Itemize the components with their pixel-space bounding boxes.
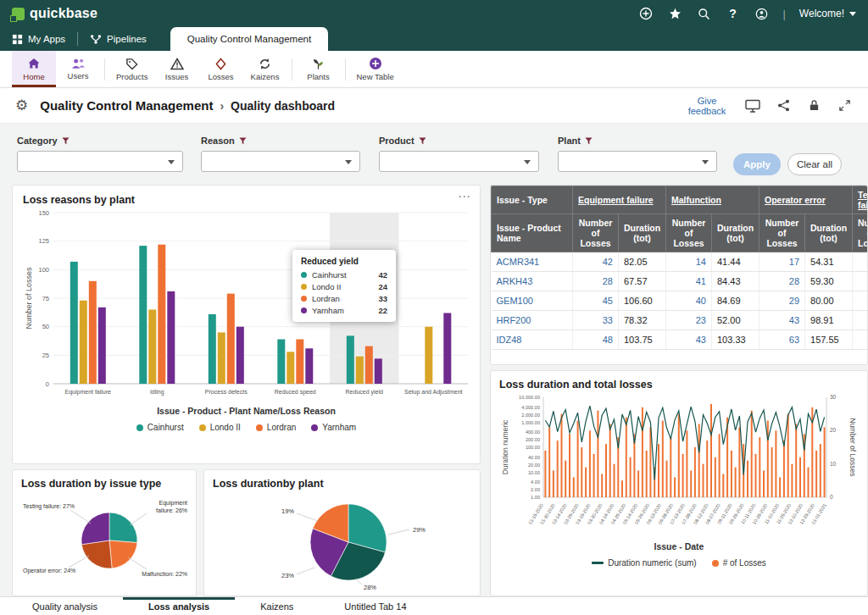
duration-cell: 80.00 xyxy=(805,291,853,311)
legend-item[interactable]: Duration numeric (sum) xyxy=(592,558,696,568)
tab-loss-analysis[interactable]: Loss analysis xyxy=(123,597,235,615)
account-icon[interactable] xyxy=(754,6,769,21)
tab-kaizens[interactable]: Kaizens xyxy=(235,597,319,615)
gear-icon[interactable]: ⚙ xyxy=(15,97,28,114)
card-menu-dots-icon[interactable]: ⋯ xyxy=(458,189,471,204)
loss-count-link[interactable]: 41 xyxy=(666,272,712,291)
loss-count-link[interactable]: 40 xyxy=(666,291,712,311)
category-select[interactable] xyxy=(17,151,183,172)
toolbar-item-home[interactable]: Home xyxy=(12,51,56,87)
svg-text:4.00: 4.00 xyxy=(531,479,540,485)
product-link[interactable]: ACMR341 xyxy=(492,252,573,272)
loss-count-link[interactable]: 45 xyxy=(573,291,619,311)
legend-item[interactable]: Cainhurst xyxy=(136,423,184,432)
pie2-title: Loss durationby plant xyxy=(213,478,471,490)
toolbar-item-products[interactable]: Products xyxy=(109,51,155,87)
star-icon[interactable] xyxy=(667,6,682,21)
svg-text:20.00: 20.00 xyxy=(528,463,540,468)
give-feedback-link[interactable]: Give feedback xyxy=(683,96,731,116)
toolbar-item-losses[interactable]: Losses xyxy=(199,51,243,87)
col-group-operator-error[interactable]: Operator error xyxy=(760,186,853,214)
toolbar-divider xyxy=(292,58,292,80)
clipped-cell xyxy=(853,311,868,330)
svg-text:Malfunction: 22%: Malfunction: 22% xyxy=(142,571,187,577)
quickbase-logo[interactable]: quickbase xyxy=(12,6,97,21)
toolbar-item-issues[interactable]: Issues xyxy=(155,51,199,87)
product-select[interactable] xyxy=(379,151,539,172)
svg-text:Testing failure: 27%: Testing failure: 27% xyxy=(23,503,75,510)
plant-select[interactable] xyxy=(558,151,717,172)
loss-count-link[interactable]: 29 xyxy=(760,291,805,311)
my-apps-nav[interactable]: My Apps xyxy=(0,27,77,51)
loss-count-link[interactable]: 43 xyxy=(760,311,805,330)
legend-item[interactable]: Yarnham xyxy=(311,423,356,432)
help-icon[interactable]: ? xyxy=(725,6,740,21)
welcome-menu[interactable]: Welcome! xyxy=(799,8,856,19)
tooltip-title: Reduced yield xyxy=(301,257,387,266)
tab-untitled-14[interactable]: Untitled Tab 14 xyxy=(319,597,431,615)
toolbar-item-users[interactable]: Users xyxy=(56,51,100,87)
duration-cell: 84.69 xyxy=(712,291,760,311)
legend-item[interactable]: Lordran xyxy=(256,423,296,432)
toolbar-item-label: Users xyxy=(68,71,89,80)
loss-count-link[interactable]: 63 xyxy=(760,330,805,350)
loss-count-link[interactable]: 33 xyxy=(573,311,619,330)
filter-icon xyxy=(419,137,426,145)
lock-icon[interactable] xyxy=(805,97,822,114)
product-link[interactable]: IDZ48 xyxy=(492,330,573,350)
toolbar-item-plants[interactable]: Plants xyxy=(297,51,341,87)
breadcrumb-app-title[interactable]: Quality Control Management xyxy=(40,98,213,113)
loss-count-link[interactable]: 42 xyxy=(573,252,619,272)
col-group-malfunction[interactable]: Malfunction xyxy=(666,186,760,214)
duration-cell: 52.00 xyxy=(712,311,760,330)
toolbar-item-new-table[interactable]: New Table xyxy=(350,51,401,87)
clipped-cell xyxy=(853,272,868,291)
col-group-equipment-failure[interactable]: Equipment failure xyxy=(573,186,666,214)
page-title: Quality dashboard xyxy=(231,99,335,113)
cycle-icon xyxy=(259,58,271,70)
table-row: ACMR3414282.051441.441754.31 xyxy=(492,252,868,272)
col-group-testing-failure[interactable]: Testing failure xyxy=(853,186,868,214)
plus-circle-icon[interactable] xyxy=(638,6,654,21)
svg-text:125: 125 xyxy=(38,237,49,245)
share-icon[interactable] xyxy=(775,97,792,114)
product-link[interactable]: HRF200 xyxy=(492,311,573,330)
loss-count-link[interactable]: 23 xyxy=(666,311,712,330)
legend-item[interactable]: # of Losses xyxy=(712,558,766,568)
duration-cell: 157.55 xyxy=(805,330,853,350)
product-link[interactable]: ARKH43 xyxy=(492,272,573,291)
toolbar-item-kaizens[interactable]: Kaizens xyxy=(243,51,287,87)
tab-quality-analysis[interactable]: Quality analysis xyxy=(7,597,123,615)
toolbar-item-label: Issues xyxy=(165,72,188,81)
top-header: quickbase ? | Welcome! xyxy=(0,0,868,27)
loss-reasons-card: Loss reasons by plant ⋯ 0255075100125150… xyxy=(12,185,481,464)
loss-count-link[interactable]: 28 xyxy=(573,272,619,291)
legend-dot xyxy=(712,560,719,567)
welcome-label: Welcome! xyxy=(799,8,844,19)
pie1-title: Loss duration by issue type xyxy=(21,478,187,490)
app-tab-quality-control[interactable]: Quality Control Management xyxy=(170,27,328,51)
search-icon[interactable] xyxy=(696,6,711,21)
product-link[interactable]: GEM100 xyxy=(492,291,573,311)
reason-select[interactable] xyxy=(201,151,360,172)
present-icon[interactable] xyxy=(744,97,761,114)
loss-count-link[interactable]: 14 xyxy=(666,252,712,272)
clipped-cell xyxy=(853,330,868,350)
loss-count-link[interactable]: 28 xyxy=(760,272,805,291)
loss-count-link[interactable]: 48 xyxy=(573,330,619,350)
legend-item[interactable]: Londo II xyxy=(199,423,241,432)
svg-text:Setup and Adjustment: Setup and Adjustment xyxy=(404,389,463,396)
svg-text:50: 50 xyxy=(42,323,49,330)
loss-count-link[interactable]: 43 xyxy=(666,330,712,350)
subheader: Issue - Product Name xyxy=(492,214,573,252)
svg-text:2.00: 2.00 xyxy=(531,487,540,492)
apply-button[interactable]: Apply xyxy=(733,153,781,175)
clear-all-button[interactable]: Clear all xyxy=(787,153,842,175)
svg-text:0: 0 xyxy=(46,380,49,388)
loss-count-link[interactable]: 17 xyxy=(760,252,805,272)
issue-table-card: Issue - Type Equipment failure Malfuncti… xyxy=(490,185,868,365)
fullscreen-icon[interactable] xyxy=(836,97,853,114)
tag-icon xyxy=(125,58,138,70)
pipelines-nav[interactable]: Pipelines xyxy=(78,27,159,51)
caret-down-icon xyxy=(849,12,856,16)
